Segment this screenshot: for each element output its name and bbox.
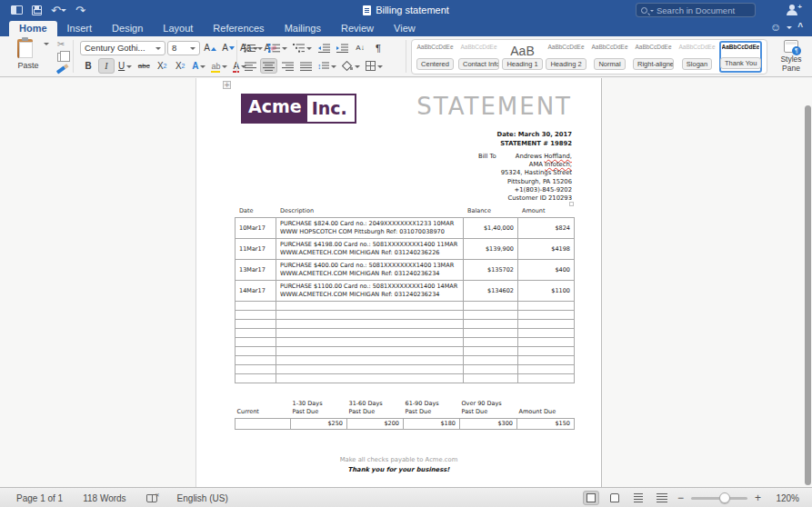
table-row-empty[interactable] <box>236 365 575 374</box>
cell-amount[interactable]: $1100 <box>518 281 575 302</box>
cell-description[interactable]: PURCHASE $824.00 Card no.: 2049XXXXXXXX1… <box>276 218 464 239</box>
view-outline-button[interactable] <box>630 491 647 505</box>
table-move-handle[interactable]: + <box>223 81 231 89</box>
zoom-slider-thumb[interactable] <box>719 492 730 503</box>
table-row-empty[interactable] <box>236 374 575 383</box>
copy-button[interactable] <box>53 51 69 63</box>
aging-summary-table[interactable]: Current 1-30 Days Past Due 31-60 Days Pa… <box>235 400 575 430</box>
format-painter-button[interactable] <box>53 64 69 75</box>
cell-amount[interactable]: $4198 <box>518 239 575 260</box>
tab-home[interactable]: Home <box>9 21 57 36</box>
tab-design[interactable]: Design <box>102 21 153 36</box>
table-row-empty[interactable] <box>236 311 575 320</box>
bold-button[interactable]: B <box>80 58 96 74</box>
increase-indent-button[interactable] <box>334 40 350 55</box>
style-centered[interactable]: AaBbCcDdEe Centered <box>414 41 456 73</box>
zoom-in-button[interactable]: + <box>755 492 761 504</box>
tab-references[interactable]: References <box>203 21 274 36</box>
tab-layout[interactable]: Layout <box>153 21 203 36</box>
statement-table[interactable]: 10Mar17 PURCHASE $824.00 Card no.: 2049X… <box>235 217 575 383</box>
tab-review[interactable]: Review <box>331 21 384 36</box>
styles-pane-button[interactable]: Styles Pane <box>773 40 809 73</box>
feedback-smiley-icon[interactable]: ☺ <box>770 22 781 33</box>
aging-value-amount-due[interactable]: $150 <box>517 418 575 429</box>
table-row[interactable]: 13Mar17 PURCHASE $400.00 Card no.: 5081X… <box>236 260 575 281</box>
decrease-indent-button[interactable] <box>316 40 332 55</box>
show-paragraph-marks-button[interactable]: ¶ <box>370 40 386 55</box>
justify-button[interactable] <box>297 58 314 74</box>
tab-view[interactable]: View <box>384 21 426 36</box>
align-center-button[interactable] <box>260 58 277 74</box>
multilevel-list-button[interactable] <box>291 40 314 55</box>
language-indicator[interactable]: English (US) <box>177 493 228 503</box>
table-row[interactable]: 11Mar17 PURCHASE $4198.00 Card no.: 5081… <box>236 239 575 260</box>
cell-balance[interactable]: $135702 <box>464 260 518 281</box>
document-page[interactable]: + Acme Inc. STATEMENT Date: March 30, 20… <box>195 78 602 487</box>
numbering-button[interactable] <box>266 40 289 55</box>
text-effects-button[interactable]: A <box>190 58 207 74</box>
align-right-button[interactable] <box>279 58 296 74</box>
cell-amount[interactable]: $824 <box>518 218 575 239</box>
search-caret-icon[interactable] <box>650 10 654 14</box>
align-left-button[interactable] <box>242 58 258 74</box>
proofing-status-icon[interactable] <box>146 494 157 502</box>
tab-insert[interactable]: Insert <box>57 21 103 36</box>
aging-value-current[interactable] <box>236 418 291 429</box>
aging-value-61-90[interactable]: $180 <box>404 418 460 429</box>
cell-date[interactable]: 13Mar17 <box>236 260 276 281</box>
style-heading-1[interactable]: AaB Heading 1 <box>501 41 544 73</box>
cell-description[interactable]: PURCHASE $400.00 Card no.: 5081XXXXXXXX1… <box>276 260 464 281</box>
vertical-scrollbar[interactable] <box>805 105 811 485</box>
table-row-empty[interactable] <box>236 320 575 329</box>
aging-value-31-60[interactable]: $200 <box>347 418 404 429</box>
word-count[interactable]: 118 Words <box>83 493 125 503</box>
collapse-ribbon-icon[interactable]: ^ <box>797 23 803 32</box>
aging-value-1-30[interactable]: $250 <box>291 418 347 429</box>
strikethrough-button[interactable]: abc <box>135 58 152 74</box>
style-contact-info[interactable]: AaBbCcDdEe Contact Info <box>457 41 500 73</box>
cell-date[interactable]: 11Mar17 <box>236 239 276 260</box>
sort-button[interactable]: A↓ <box>352 40 368 55</box>
tab-mailings[interactable]: Mailings <box>275 21 331 36</box>
style-right-aligned[interactable]: AaBbCcDdEe Right-aligne... <box>632 41 675 73</box>
cell-balance[interactable]: $139,900 <box>464 239 518 260</box>
superscript-button[interactable]: X2 <box>172 58 188 74</box>
table-row[interactable]: 10Mar17 PURCHASE $824.00 Card no.: 2049X… <box>236 218 575 239</box>
view-print-layout-button[interactable] <box>583 491 599 505</box>
cell-date[interactable]: 10Mar17 <box>236 218 276 239</box>
view-draft-button[interactable] <box>654 491 670 505</box>
shrink-font-button[interactable]: A <box>220 40 236 55</box>
table-row-empty[interactable] <box>236 347 575 356</box>
underline-button[interactable]: U <box>116 58 134 74</box>
grow-font-button[interactable]: A <box>202 40 218 55</box>
cell-date[interactable]: 14Mar17 <box>236 281 276 302</box>
style-thank-you[interactable]: AaBbCcDdEe Thank You <box>719 41 762 73</box>
search-input[interactable] <box>657 5 750 15</box>
bullets-button[interactable] <box>242 40 265 55</box>
paste-button[interactable]: Paste <box>7 39 49 70</box>
search-box[interactable] <box>636 3 756 17</box>
page-indicator[interactable]: Page 1 of 1 <box>16 493 63 503</box>
font-name-combo[interactable]: Century Gothi... <box>80 41 165 55</box>
cell-amount[interactable]: $400 <box>518 260 575 281</box>
cell-balance[interactable]: $134602 <box>464 281 518 302</box>
table-row-empty[interactable] <box>236 338 575 347</box>
style-slogan[interactable]: AaBbCcDdEe Slogan <box>676 41 718 73</box>
line-spacing-button[interactable]: ↕ <box>316 58 338 74</box>
aging-value-row[interactable]: $250 $200 $180 $300 $150 <box>236 418 575 429</box>
scrollbar-thumb[interactable] <box>805 105 811 485</box>
cut-button[interactable]: ✂ <box>53 38 69 50</box>
table-row-empty[interactable] <box>236 356 575 365</box>
highlight-button[interactable]: ab <box>209 58 229 74</box>
table-row[interactable]: 14Mar17 PURCHASE $1100.00 Card no.: 5081… <box>236 281 575 302</box>
aging-value-over-90[interactable]: $300 <box>460 418 517 429</box>
zoom-level[interactable]: 120% <box>768 493 799 503</box>
table-row-empty[interactable] <box>236 329 575 338</box>
font-size-combo[interactable]: 8 <box>167 41 200 55</box>
paste-caret-icon[interactable] <box>44 43 49 48</box>
table-row-empty[interactable] <box>236 302 575 311</box>
cell-balance[interactable]: $1,40,000 <box>464 218 518 239</box>
feedback-caret-icon[interactable] <box>787 26 792 32</box>
cell-description[interactable]: PURCHASE $4198.00 Card no.: 5081XXXXXXXX… <box>276 239 464 260</box>
italic-button[interactable]: I <box>98 58 115 74</box>
